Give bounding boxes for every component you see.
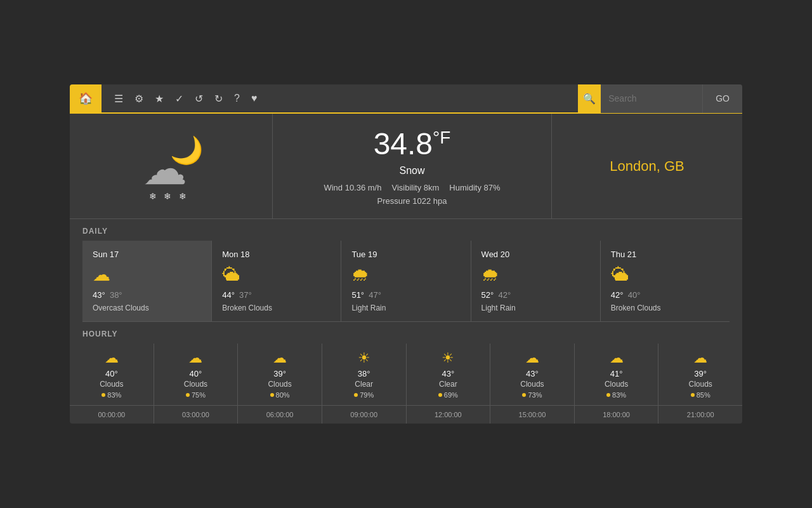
- daily-high: 52°: [481, 290, 494, 300]
- location-panel: London, GB: [552, 114, 742, 218]
- hourly-humidity: 85%: [691, 391, 710, 399]
- hourly-time: 00:00:00: [70, 406, 154, 424]
- daily-temps: 44° 37°: [222, 290, 331, 300]
- daily-condition: Light Rain: [481, 304, 590, 312]
- daily-temps: 52° 42°: [481, 290, 590, 300]
- daily-card[interactable]: Mon 18 🌥 44° 37° Broken Clouds: [212, 241, 341, 321]
- daily-card[interactable]: Wed 20 🌧 52° 42° Light Rain: [471, 241, 601, 321]
- daily-icon: 🌥: [222, 264, 331, 285]
- hourly-temp: 40°: [190, 369, 202, 378]
- humidity-value: 75%: [192, 391, 206, 399]
- daily-day: Mon 18: [222, 250, 331, 259]
- daily-day: Sun 17: [93, 250, 201, 259]
- daily-high: 51°: [351, 290, 364, 300]
- hourly-temp: 43°: [526, 369, 539, 378]
- check-icon[interactable]: ✓: [175, 93, 183, 105]
- humidity-dot-icon: [691, 393, 695, 397]
- hourly-temp: 39°: [694, 369, 707, 378]
- daily-icon: 🌧: [481, 264, 590, 285]
- daily-low: 47°: [369, 290, 381, 300]
- daily-temps: 43° 38°: [93, 290, 201, 300]
- search-input[interactable]: [601, 84, 702, 113]
- daily-day: Tue 19: [351, 250, 460, 259]
- daily-section: DAILY Sun 17 ☁ 43° 38° Overcast Clouds M…: [70, 219, 742, 322]
- daily-card[interactable]: Thu 21 🌥 42° 40° Broken Clouds: [601, 241, 730, 321]
- daily-condition: Broken Clouds: [611, 304, 719, 312]
- daily-section-title: DAILY: [70, 219, 742, 241]
- search-area: 🔍 GO: [578, 84, 742, 113]
- search-icon-wrap: 🔍: [578, 84, 601, 113]
- hourly-humidity: 80%: [270, 391, 290, 399]
- temperature-display: 34.8°F: [374, 126, 451, 161]
- hourly-icon: ☁: [610, 350, 624, 366]
- refresh1-icon[interactable]: ↺: [195, 93, 203, 105]
- help-icon[interactable]: ?: [234, 93, 240, 104]
- app-container: 🏠 ☰ ⚙ ★ ✓ ↺ ↻ ? ♥ 🔍 GO ☁ 🌙 ❄ ❄ ❄: [70, 84, 742, 424]
- weather-icon-panel: ☁ 🌙 ❄ ❄ ❄: [70, 114, 273, 218]
- current-condition: Snow: [399, 165, 424, 177]
- temperature-unit: °F: [433, 128, 450, 147]
- hourly-icon: ☁: [525, 350, 539, 366]
- hourly-condition: Clear: [439, 380, 457, 389]
- hourly-card[interactable]: ☀ 38° Clear 79%: [322, 344, 407, 406]
- main-weather: ☁ 🌙 ❄ ❄ ❄ 34.8°F Snow Wind 10.36 m/h Vis…: [70, 114, 742, 219]
- hourly-humidity: 83%: [102, 391, 121, 399]
- hourly-card[interactable]: ☁ 39° Clouds 80%: [238, 344, 322, 406]
- snow-dots: ❄ ❄ ❄: [149, 191, 190, 201]
- humidity-stat: Humidity 87%: [449, 183, 500, 192]
- hourly-section: HOURLY ☁ 40° Clouds 83% ☁ 40° Clouds 75%…: [70, 322, 742, 424]
- daily-high: 42°: [611, 290, 624, 300]
- daily-high: 44°: [222, 290, 235, 300]
- hourly-section-title: HOURLY: [70, 322, 742, 344]
- visibility-stat: Visibility 8km: [391, 183, 439, 192]
- hourly-time: 15:00:00: [490, 406, 575, 424]
- heart-icon[interactable]: ♥: [251, 93, 258, 104]
- hourly-humidity: 79%: [354, 391, 374, 399]
- daily-card[interactable]: Sun 17 ☁ 43° 38° Overcast Clouds: [82, 241, 212, 321]
- weather-stats: Wind 10.36 m/h Visibility 8km Humidity 8…: [324, 183, 500, 192]
- hourly-condition: Clouds: [268, 380, 291, 389]
- hourly-time: 18:00:00: [575, 406, 659, 424]
- daily-card[interactable]: Tue 19 🌧 51° 47° Light Rain: [341, 241, 471, 321]
- menu-icon[interactable]: ☰: [114, 93, 123, 105]
- hourly-icon: ☁: [188, 350, 202, 366]
- humidity-dot-icon: [522, 393, 526, 397]
- wind-stat: Wind 10.36 m/h: [324, 183, 381, 192]
- daily-icon: ☁: [93, 264, 201, 285]
- hourly-card[interactable]: ☁ 43° Clouds 73%: [490, 344, 575, 406]
- hourly-icon: ☀: [442, 350, 454, 366]
- hourly-card[interactable]: ☁ 40° Clouds 83%: [70, 344, 154, 406]
- hourly-time: 12:00:00: [407, 406, 491, 424]
- hourly-card[interactable]: ☁ 41° Clouds 83%: [575, 344, 659, 406]
- nav-icons: ☰ ⚙ ★ ✓ ↺ ↻ ? ♥: [102, 93, 578, 105]
- hourly-time: 21:00:00: [658, 406, 742, 424]
- humidity-value: 79%: [360, 391, 374, 399]
- hourly-humidity: 83%: [606, 391, 626, 399]
- home-button[interactable]: 🏠: [70, 84, 102, 113]
- home-icon: 🏠: [79, 91, 93, 105]
- hourly-card[interactable]: ☁ 40° Clouds 75%: [154, 344, 239, 406]
- daily-temps: 51° 47°: [351, 290, 460, 300]
- humidity-value: 73%: [528, 391, 542, 399]
- daily-high: 43°: [93, 290, 105, 300]
- current-weather-icon: ☁ 🌙 ❄ ❄ ❄: [136, 131, 206, 201]
- hourly-humidity: 73%: [522, 391, 542, 399]
- humidity-dot-icon: [354, 393, 358, 397]
- daily-temps: 42° 40°: [611, 290, 719, 300]
- settings-icon[interactable]: ⚙: [134, 93, 143, 105]
- hourly-condition: Clear: [355, 380, 373, 389]
- humidity-value: 83%: [107, 391, 121, 399]
- hourly-temp: 38°: [358, 369, 370, 378]
- go-button[interactable]: GO: [702, 84, 742, 113]
- hourly-condition: Clouds: [520, 380, 544, 389]
- daily-low: 42°: [499, 290, 511, 300]
- hourly-card[interactable]: ☁ 39° Clouds 85%: [658, 344, 742, 406]
- hourly-card[interactable]: ☀ 43° Clear 69%: [407, 344, 491, 406]
- daily-condition: Overcast Clouds: [93, 304, 201, 312]
- pressure-stat: Pressure 1022 hpa: [377, 196, 447, 206]
- daily-low: 38°: [110, 290, 122, 300]
- favorites-icon[interactable]: ★: [155, 93, 164, 105]
- hourly-icon: ☀: [358, 350, 370, 366]
- refresh2-icon[interactable]: ↻: [214, 93, 223, 105]
- humidity-value: 80%: [276, 391, 290, 399]
